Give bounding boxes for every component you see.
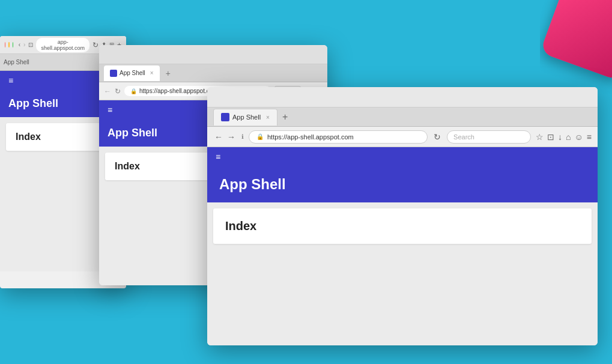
window3-address-bar: ← → ℹ 🔒 https://app-shell.appspot.com ↻ … bbox=[207, 127, 598, 147]
w2-back-icon[interactable]: ← bbox=[104, 87, 111, 96]
window2-tab[interactable]: App Shell × bbox=[104, 65, 160, 81]
w3-info-icon[interactable]: ℹ bbox=[241, 133, 244, 140]
window1-tab-label: App Shell bbox=[4, 59, 29, 65]
reload-icon[interactable]: ↻ bbox=[92, 41, 98, 49]
w3-reload-icon[interactable]: ↻ bbox=[432, 131, 442, 143]
w2-new-tab-icon[interactable]: + bbox=[166, 68, 171, 78]
w2-tab-favicon bbox=[110, 70, 117, 77]
tab-switcher-icon[interactable]: ⊡ bbox=[28, 41, 33, 48]
w3-bookmark-icon[interactable]: ☆ bbox=[536, 132, 544, 142]
w3-new-tab-icon[interactable]: + bbox=[282, 112, 288, 123]
window1-url: app-shell.appspot.com bbox=[36, 38, 89, 52]
forward-icon[interactable]: › bbox=[23, 41, 25, 48]
window3-hamburger[interactable]: ≡ bbox=[207, 147, 598, 166]
w3-tab-favicon bbox=[221, 113, 229, 121]
w3-back-icon[interactable]: ← bbox=[213, 131, 224, 143]
window3-app-header: App Shell bbox=[207, 166, 598, 202]
window2-chrome bbox=[99, 45, 327, 64]
w3-tab-close-icon[interactable]: × bbox=[266, 114, 270, 121]
w3-lock-icon: 🔒 bbox=[256, 133, 264, 140]
w3-forward-icon[interactable]: → bbox=[226, 131, 237, 143]
w2-lock-icon: 🔒 bbox=[130, 88, 137, 94]
window3-search-box[interactable]: Search bbox=[447, 130, 531, 144]
maximize-dot[interactable] bbox=[13, 42, 13, 47]
browser-window-3: App Shell × + ← → ℹ 🔒 https://app-shell.… bbox=[207, 87, 598, 345]
close-dot[interactable] bbox=[5, 42, 5, 47]
w3-nav-arrows: ← → bbox=[213, 131, 237, 143]
minimize-dot[interactable] bbox=[8, 42, 9, 47]
back-icon[interactable]: ‹ bbox=[19, 41, 20, 48]
w3-download-icon[interactable]: ↓ bbox=[558, 132, 562, 142]
window2-tab-label: App Shell bbox=[120, 70, 145, 76]
window3-url-text: https://app-shell.appspot.com bbox=[267, 133, 354, 141]
w2-tab-close-icon[interactable]: × bbox=[150, 70, 154, 76]
window3-tab-bar: App Shell × + bbox=[207, 108, 598, 127]
w3-home2-icon[interactable]: ⌂ bbox=[566, 132, 571, 142]
w3-menu-icon[interactable]: ≡ bbox=[587, 132, 592, 142]
w2-reload-icon[interactable]: ↻ bbox=[115, 87, 121, 96]
w3-home-icon[interactable]: ⊡ bbox=[547, 132, 554, 142]
w3-toolbar-icons: ☆ ⊡ ↓ ⌂ ☺ ≡ bbox=[536, 132, 592, 142]
window3-chrome bbox=[207, 87, 598, 108]
window3-app: ≡ App Shell Index bbox=[207, 147, 598, 345]
window2-url-text: https://app-shell.appspot.com bbox=[139, 88, 218, 94]
window3-content-area: Index bbox=[207, 202, 598, 345]
window3-tab[interactable]: App Shell × bbox=[213, 109, 277, 126]
window2-tab-bar: App Shell × + bbox=[99, 64, 327, 82]
deco-shape-inner bbox=[540, 0, 612, 81]
window3-tab-label: App Shell bbox=[232, 114, 261, 121]
w3-account-icon[interactable]: ☺ bbox=[575, 132, 583, 142]
window3-url-box[interactable]: 🔒 https://app-shell.appspot.com bbox=[249, 130, 428, 144]
window3-index-card: Index bbox=[213, 208, 592, 244]
